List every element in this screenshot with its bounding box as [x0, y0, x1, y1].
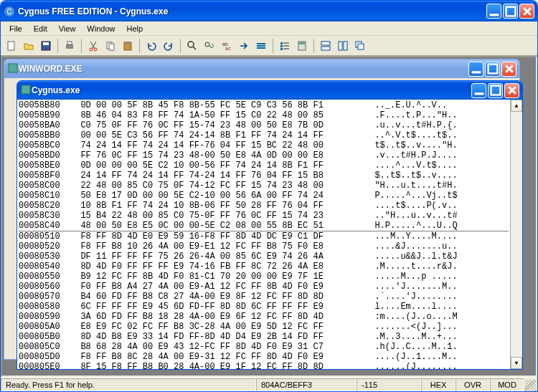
hex-ascii[interactable]: "H...u.t....t#H.	[364, 181, 509, 191]
hex-bytes[interactable]: E8 E9 FC 02 FC FF B8 3C-28 4A 00 E9 5D 1…	[70, 322, 364, 332]
hex-bytes[interactable]: F8 FF B8 10 26 4A 00 E9-E1 12 FC FF B8 7…	[70, 242, 364, 252]
hex-ascii[interactable]: ....t$....P(.v..	[364, 201, 509, 211]
hex-bytes[interactable]: 8D 4D F0 FF FF FF E9 74-16 FB FF 8C 72 2…	[70, 262, 364, 272]
main-minimize-button[interactable]	[486, 4, 501, 19]
hex-ascii[interactable]: H.P.....^...U..Q	[364, 221, 509, 231]
hex-row[interactable]: 000805B0 8D 4D B8 E9 33 14 FD FF-8D 4D D…	[19, 332, 509, 342]
hex-ascii[interactable]: l....Em....l....	[364, 302, 509, 312]
hex-row[interactable]: 00058BA0 C0 75 0F FF 76 0C FF 15-74 23 4…	[19, 120, 509, 130]
child-window-cygnus[interactable]: Cygnus.exe 00058B80 0D 00 00 5F 8B 45 F8…	[16, 80, 523, 370]
hex-bytes[interactable]: B8 68 28 4A 00 E9 43 12-FC FF 8D 4D F0 E…	[70, 342, 364, 352]
hex-bytes[interactable]: C0 75 0F FF 76 0C FF 15-74 23 48 00 50 E…	[70, 120, 364, 130]
hex-ascii[interactable]: ....'J.......M..	[364, 282, 509, 292]
hex-bytes[interactable]: FF 76 0C FF 15 74 23 48-00 50 E8 4A 0D 0…	[70, 150, 364, 161]
hex-row[interactable]: 00058BD0 FF 76 0C FF 15 74 23 48-00 50 E…	[19, 150, 509, 161]
hex-row[interactable]: 00080580 6C FF FF FF E9 45 6D FD-FF 8D 8…	[19, 302, 509, 312]
hex-row[interactable]: 00058BC0 74 24 14 FF 74 24 14 FF-76 04 F…	[19, 140, 509, 150]
hex-ascii[interactable]: .u..v...t#H.P.{.	[364, 120, 509, 130]
save-icon[interactable]	[38, 38, 54, 54]
hex-ascii[interactable]: ....(J..1....M..	[364, 352, 509, 362]
hex-row[interactable]: 00080510 F8 FF 8D 4D E0 E9 59 16-F8 FF 8…	[19, 231, 509, 242]
main-close-button[interactable]	[519, 4, 534, 19]
new-icon[interactable]	[4, 38, 19, 54]
hex-ascii[interactable]: :m....(J..o....M	[364, 312, 509, 322]
child-maximize-button[interactable]	[488, 83, 503, 98]
hex-row[interactable]: 000805E0 8F 15 F8 FF B8 B0 28 4A-00 E9 1…	[19, 362, 509, 369]
hex-bytes[interactable]: 3A 6D FD FF B8 18 28 4A-00 E9 6F 12 FC F…	[70, 312, 364, 322]
hex-bytes[interactable]: 22 48 00 85 C0 75 0F 74-12 FC FF 15 74 2…	[70, 181, 364, 191]
hex-row[interactable]: 00058B80 0D 00 00 5F 8B 45 F8 8B-55 FC 5…	[19, 100, 509, 110]
child-minimize-button[interactable]	[471, 83, 486, 98]
hex-bytes[interactable]: 8B 46 04 83 F8 FF 74 1A-50 FF 15 C0 22 4…	[70, 110, 364, 120]
hex-bytes[interactable]: 15 B4 22 48 00 85 C0 75-0F FF 76 0C FF 1…	[70, 211, 364, 221]
hex-bytes[interactable]: 8F 15 F8 FF B8 B0 28 4A-00 E9 1F 12 FC F…	[70, 362, 364, 369]
tile-horizontal-icon[interactable]	[318, 38, 334, 54]
calc-icon[interactable]	[294, 38, 310, 54]
scroll-down-icon[interactable]: ▼	[511, 357, 522, 369]
hex-row[interactable]: 00058BB0 00 00 5E C3 56 FF 74 24-14 8B F…	[19, 130, 509, 140]
hex-bytes[interactable]: 24 14 FF 74 24 14 FF 74-24 14 FF 76 04 F…	[70, 171, 364, 181]
hex-bytes[interactable]: 10 8B F1 FF 74 24 10 8B-06 FF 50 28 FF 7…	[70, 201, 364, 211]
find-icon[interactable]	[184, 38, 200, 54]
hex-row[interactable]: 00080540 8D 4D F0 FF FF FF E9 74-16 FB F…	[19, 262, 509, 272]
hex-row[interactable]: 00080560 F0 FF B8 A4 27 4A 00 E9-A1 12 F…	[19, 282, 509, 292]
hex-row[interactable]: 00080570 B4 60 FD FF B8 C8 27 4A-00 E9 8…	[19, 292, 509, 302]
copy-icon[interactable]	[103, 38, 118, 54]
goto-icon[interactable]	[236, 38, 252, 54]
scroll-up-icon[interactable]: ▲	[511, 100, 522, 112]
menu-edit[interactable]: Edit	[28, 23, 53, 34]
hex-bytes[interactable]: 6C FF FF FF E9 45 6D FD-FF 8D 8D 6C FF F…	[70, 302, 364, 312]
hex-row[interactable]: 00058C00 22 48 00 85 C0 75 0F 74-12 FC F…	[19, 181, 509, 191]
hex-ascii[interactable]: .M..3....M..+...	[364, 332, 509, 342]
hex-ascii[interactable]: .....M...p .....	[364, 272, 509, 282]
redo-icon[interactable]	[161, 38, 176, 54]
hex-ascii[interactable]: .....u&&J..l.t&J	[364, 252, 509, 262]
hex-row[interactable]: 00058C40 48 00 50 E8 E5 0C 00 00-5E C2 0…	[19, 221, 509, 231]
child-close-button[interactable]	[504, 83, 519, 98]
findnext-icon[interactable]	[202, 38, 217, 54]
hex-row[interactable]: 00058BF0 24 14 FF 74 24 14 FF 74-24 14 F…	[19, 171, 509, 181]
hex-bytes[interactable]: 74 24 14 FF 74 24 14 FF-76 04 FF 15 BC 2…	[70, 140, 364, 150]
child-titlebar-winword[interactable]: WINWORD.EXE	[4, 59, 519, 78]
hex-bytes[interactable]: 00 00 5E C3 56 FF 74 24-14 8B F1 FF 74 2…	[70, 130, 364, 140]
hex-ascii[interactable]: P.....^...Vj..t$	[364, 191, 509, 201]
cut-icon[interactable]	[85, 38, 101, 54]
hex-ascii[interactable]: ....&J.......u..	[364, 242, 509, 252]
cascade-icon[interactable]	[352, 38, 368, 54]
main-titlebar[interactable]: C Cygnus FREE EDITION - Cygnus.exe	[1, 1, 537, 21]
child-minimize-button[interactable]	[468, 62, 483, 77]
hex-row[interactable]: 00058B90 8B 46 04 83 F8 FF 74 1A-50 FF 1…	[19, 110, 509, 120]
hex-ascii[interactable]: .M.....t....r&J.	[364, 262, 509, 272]
hex-row[interactable]: 00058C20 10 8B F1 FF 74 24 10 8B-06 FF 5…	[19, 201, 509, 211]
open-icon[interactable]	[21, 38, 37, 54]
hex-row[interactable]: 00058C10 50 E8 17 0D 00 00 5E C2-10 00 5…	[19, 191, 509, 201]
hex-row[interactable]: 00058C30 15 B4 22 48 00 85 C0 75-0F FF 7…	[19, 211, 509, 221]
main-maximize-button[interactable]	[503, 4, 518, 19]
hex-ascii[interactable]: ....^...V.t$....	[364, 161, 509, 171]
status-hex[interactable]: HEX	[421, 378, 456, 391]
hex-ascii[interactable]: .."H...u..v...t#	[364, 211, 509, 221]
hex-ascii[interactable]: ...M..Y....M....	[364, 231, 509, 242]
menu-view[interactable]: View	[53, 23, 82, 34]
print-icon[interactable]	[62, 38, 77, 54]
hex-bytes[interactable]: 8D 4D B8 E9 33 14 FD FF-8D 4D D4 E9 2B 1…	[70, 332, 364, 342]
hex-bytes[interactable]: 0D 00 00 5F 8B 45 F8 8B-55 FC 5E C9 C3 5…	[70, 100, 364, 110]
hex-ascii[interactable]: t$..t$..v...."H.	[364, 140, 509, 150]
hex-row[interactable]: 00080550 B9 12 FC FF 8B 4D F0 81-C1 70 2…	[19, 272, 509, 282]
hex-ascii[interactable]: $..t$..t$..v....	[364, 171, 509, 181]
child-titlebar-cygnus[interactable]: Cygnus.exe	[17, 81, 522, 100]
vertical-scrollbar[interactable]: ▲ ▼	[510, 100, 522, 369]
scroll-track[interactable]	[511, 112, 522, 357]
hex-row[interactable]: 00080530 DF 11 FF FF FF 75 26 26-4A 00 8…	[19, 252, 509, 262]
hex-bytes[interactable]: 50 E8 17 0D 00 00 5E C2-10 00 56 6A 00 F…	[70, 191, 364, 201]
hex-ascii[interactable]: ..^.V.t$....t$..	[364, 130, 509, 140]
menu-file[interactable]: File	[4, 23, 28, 34]
status-ovr[interactable]: OVR	[456, 378, 490, 391]
hex-row[interactable]: 00058BE0 0D 00 00 00 5E C2 10 00-56 FF 7…	[19, 161, 509, 171]
hex-bytes[interactable]: DF 11 FF FF FF 75 26 26-4A 00 85 6C E9 7…	[70, 252, 364, 262]
hex-bytes[interactable]: F0 FF B8 A4 27 4A 00 E9-A1 12 FC FF 8B 4…	[70, 282, 364, 292]
resize-grip-icon[interactable]	[524, 380, 536, 391]
hex-ascii[interactable]: .h(J..C....M..1.	[364, 342, 509, 352]
tile-vertical-icon[interactable]	[335, 38, 351, 54]
hex-ascii[interactable]: .`....'J........	[364, 292, 509, 302]
